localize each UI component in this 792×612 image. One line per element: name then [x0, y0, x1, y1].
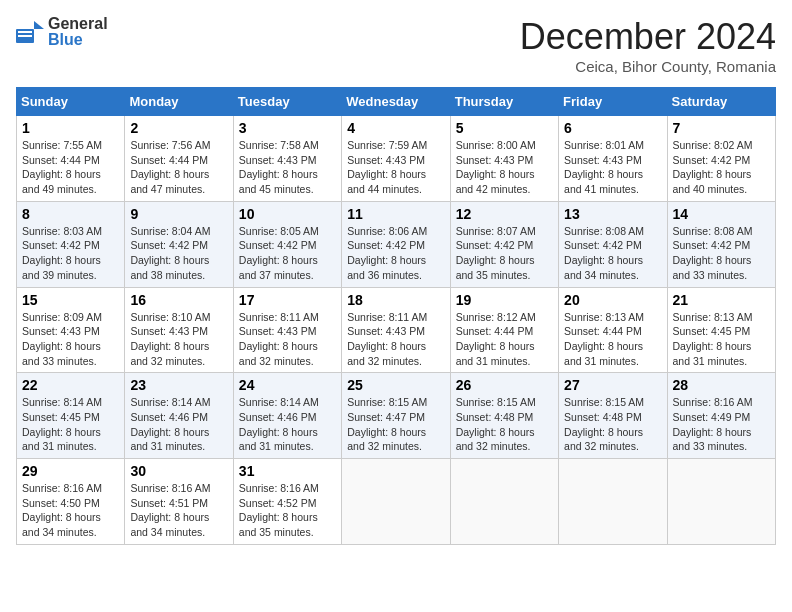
calendar-cell: 6 Sunrise: 8:01 AM Sunset: 4:43 PM Dayli… — [559, 116, 667, 202]
day-number: 1 — [22, 120, 119, 136]
calendar-cell — [342, 459, 450, 545]
calendar-cell: 21 Sunrise: 8:13 AM Sunset: 4:45 PM Dayl… — [667, 287, 775, 373]
day-detail: Sunrise: 8:08 AM Sunset: 4:42 PM Dayligh… — [564, 224, 661, 283]
day-detail: Sunrise: 8:14 AM Sunset: 4:45 PM Dayligh… — [22, 395, 119, 454]
calendar-cell: 18 Sunrise: 8:11 AM Sunset: 4:43 PM Dayl… — [342, 287, 450, 373]
calendar-cell: 30 Sunrise: 8:16 AM Sunset: 4:51 PM Dayl… — [125, 459, 233, 545]
calendar-cell: 9 Sunrise: 8:04 AM Sunset: 4:42 PM Dayli… — [125, 201, 233, 287]
calendar-week-row: 8 Sunrise: 8:03 AM Sunset: 4:42 PM Dayli… — [17, 201, 776, 287]
calendar-cell — [559, 459, 667, 545]
calendar-cell: 20 Sunrise: 8:13 AM Sunset: 4:44 PM Dayl… — [559, 287, 667, 373]
day-detail: Sunrise: 8:16 AM Sunset: 4:50 PM Dayligh… — [22, 481, 119, 540]
col-wednesday: Wednesday — [342, 88, 450, 116]
day-number: 28 — [673, 377, 770, 393]
calendar-cell: 19 Sunrise: 8:12 AM Sunset: 4:44 PM Dayl… — [450, 287, 558, 373]
title-area: December 2024 Ceica, Bihor County, Roman… — [520, 16, 776, 75]
day-detail: Sunrise: 8:02 AM Sunset: 4:42 PM Dayligh… — [673, 138, 770, 197]
day-detail: Sunrise: 8:15 AM Sunset: 4:47 PM Dayligh… — [347, 395, 444, 454]
day-number: 14 — [673, 206, 770, 222]
calendar-cell: 15 Sunrise: 8:09 AM Sunset: 4:43 PM Dayl… — [17, 287, 125, 373]
calendar-cell: 10 Sunrise: 8:05 AM Sunset: 4:42 PM Dayl… — [233, 201, 341, 287]
day-detail: Sunrise: 8:16 AM Sunset: 4:51 PM Dayligh… — [130, 481, 227, 540]
calendar-cell: 7 Sunrise: 8:02 AM Sunset: 4:42 PM Dayli… — [667, 116, 775, 202]
page-header: General Blue December 2024 Ceica, Bihor … — [16, 16, 776, 75]
calendar-cell: 13 Sunrise: 8:08 AM Sunset: 4:42 PM Dayl… — [559, 201, 667, 287]
calendar-table: Sunday Monday Tuesday Wednesday Thursday… — [16, 87, 776, 545]
day-number: 10 — [239, 206, 336, 222]
calendar-week-row: 22 Sunrise: 8:14 AM Sunset: 4:45 PM Dayl… — [17, 373, 776, 459]
day-detail: Sunrise: 8:11 AM Sunset: 4:43 PM Dayligh… — [239, 310, 336, 369]
day-number: 22 — [22, 377, 119, 393]
day-detail: Sunrise: 8:14 AM Sunset: 4:46 PM Dayligh… — [130, 395, 227, 454]
day-detail: Sunrise: 8:14 AM Sunset: 4:46 PM Dayligh… — [239, 395, 336, 454]
calendar-cell: 4 Sunrise: 7:59 AM Sunset: 4:43 PM Dayli… — [342, 116, 450, 202]
day-detail: Sunrise: 7:58 AM Sunset: 4:43 PM Dayligh… — [239, 138, 336, 197]
col-monday: Monday — [125, 88, 233, 116]
logo-blue-text: Blue — [48, 31, 83, 48]
calendar-cell: 3 Sunrise: 7:58 AM Sunset: 4:43 PM Dayli… — [233, 116, 341, 202]
calendar-cell: 27 Sunrise: 8:15 AM Sunset: 4:48 PM Dayl… — [559, 373, 667, 459]
main-title: December 2024 — [520, 16, 776, 58]
day-number: 25 — [347, 377, 444, 393]
calendar-cell: 25 Sunrise: 8:15 AM Sunset: 4:47 PM Dayl… — [342, 373, 450, 459]
day-detail: Sunrise: 8:06 AM Sunset: 4:42 PM Dayligh… — [347, 224, 444, 283]
logo-icon — [16, 21, 44, 43]
day-detail: Sunrise: 8:00 AM Sunset: 4:43 PM Dayligh… — [456, 138, 553, 197]
calendar-cell: 8 Sunrise: 8:03 AM Sunset: 4:42 PM Dayli… — [17, 201, 125, 287]
day-detail: Sunrise: 8:03 AM Sunset: 4:42 PM Dayligh… — [22, 224, 119, 283]
day-detail: Sunrise: 7:59 AM Sunset: 4:43 PM Dayligh… — [347, 138, 444, 197]
day-number: 2 — [130, 120, 227, 136]
day-number: 16 — [130, 292, 227, 308]
day-detail: Sunrise: 8:01 AM Sunset: 4:43 PM Dayligh… — [564, 138, 661, 197]
sub-title: Ceica, Bihor County, Romania — [520, 58, 776, 75]
calendar-cell: 12 Sunrise: 8:07 AM Sunset: 4:42 PM Dayl… — [450, 201, 558, 287]
col-saturday: Saturday — [667, 88, 775, 116]
day-detail: Sunrise: 8:13 AM Sunset: 4:44 PM Dayligh… — [564, 310, 661, 369]
day-number: 12 — [456, 206, 553, 222]
day-number: 7 — [673, 120, 770, 136]
col-sunday: Sunday — [17, 88, 125, 116]
day-detail: Sunrise: 8:12 AM Sunset: 4:44 PM Dayligh… — [456, 310, 553, 369]
calendar-cell: 17 Sunrise: 8:11 AM Sunset: 4:43 PM Dayl… — [233, 287, 341, 373]
calendar-cell: 2 Sunrise: 7:56 AM Sunset: 4:44 PM Dayli… — [125, 116, 233, 202]
calendar-cell: 23 Sunrise: 8:14 AM Sunset: 4:46 PM Dayl… — [125, 373, 233, 459]
calendar-cell: 16 Sunrise: 8:10 AM Sunset: 4:43 PM Dayl… — [125, 287, 233, 373]
day-number: 27 — [564, 377, 661, 393]
day-detail: Sunrise: 8:07 AM Sunset: 4:42 PM Dayligh… — [456, 224, 553, 283]
day-detail: Sunrise: 8:09 AM Sunset: 4:43 PM Dayligh… — [22, 310, 119, 369]
day-detail: Sunrise: 8:05 AM Sunset: 4:42 PM Dayligh… — [239, 224, 336, 283]
col-tuesday: Tuesday — [233, 88, 341, 116]
day-number: 8 — [22, 206, 119, 222]
calendar-cell: 22 Sunrise: 8:14 AM Sunset: 4:45 PM Dayl… — [17, 373, 125, 459]
calendar-cell: 14 Sunrise: 8:08 AM Sunset: 4:42 PM Dayl… — [667, 201, 775, 287]
day-number: 30 — [130, 463, 227, 479]
day-number: 5 — [456, 120, 553, 136]
svg-rect-3 — [18, 35, 32, 37]
day-number: 17 — [239, 292, 336, 308]
calendar-cell: 28 Sunrise: 8:16 AM Sunset: 4:49 PM Dayl… — [667, 373, 775, 459]
day-detail: Sunrise: 8:08 AM Sunset: 4:42 PM Dayligh… — [673, 224, 770, 283]
day-number: 29 — [22, 463, 119, 479]
day-number: 3 — [239, 120, 336, 136]
calendar-week-row: 1 Sunrise: 7:55 AM Sunset: 4:44 PM Dayli… — [17, 116, 776, 202]
day-detail: Sunrise: 8:04 AM Sunset: 4:42 PM Dayligh… — [130, 224, 227, 283]
day-number: 4 — [347, 120, 444, 136]
calendar-week-row: 15 Sunrise: 8:09 AM Sunset: 4:43 PM Dayl… — [17, 287, 776, 373]
col-thursday: Thursday — [450, 88, 558, 116]
day-number: 26 — [456, 377, 553, 393]
calendar-cell: 11 Sunrise: 8:06 AM Sunset: 4:42 PM Dayl… — [342, 201, 450, 287]
day-detail: Sunrise: 8:11 AM Sunset: 4:43 PM Dayligh… — [347, 310, 444, 369]
svg-marker-1 — [34, 21, 44, 29]
day-number: 6 — [564, 120, 661, 136]
logo-general-text: General — [48, 15, 108, 32]
logo: General Blue — [16, 16, 108, 48]
day-number: 21 — [673, 292, 770, 308]
day-detail: Sunrise: 8:10 AM Sunset: 4:43 PM Dayligh… — [130, 310, 227, 369]
day-number: 13 — [564, 206, 661, 222]
day-number: 24 — [239, 377, 336, 393]
calendar-cell: 29 Sunrise: 8:16 AM Sunset: 4:50 PM Dayl… — [17, 459, 125, 545]
day-number: 23 — [130, 377, 227, 393]
day-number: 18 — [347, 292, 444, 308]
day-detail: Sunrise: 7:56 AM Sunset: 4:44 PM Dayligh… — [130, 138, 227, 197]
day-detail: Sunrise: 8:16 AM Sunset: 4:49 PM Dayligh… — [673, 395, 770, 454]
